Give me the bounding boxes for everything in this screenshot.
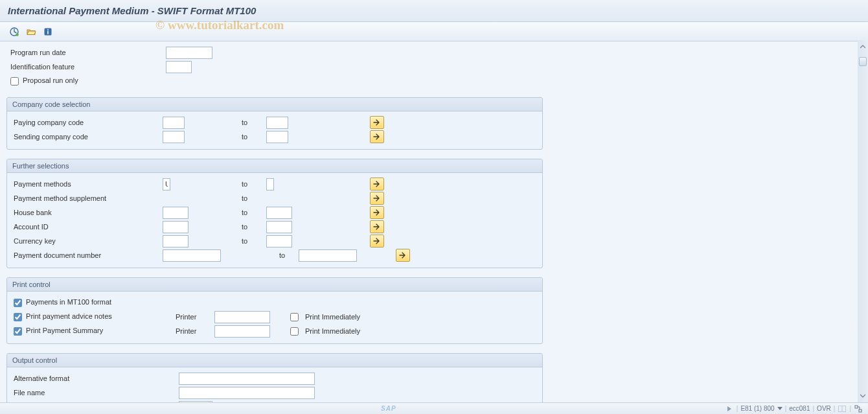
print-advice-label-wrap[interactable]: Print payment advice notes [14, 312, 176, 321]
payment-document-number-range-button[interactable] [396, 249, 410, 262]
arrow-right-icon [373, 181, 381, 187]
print-advice-checkbox[interactable] [14, 313, 22, 321]
svg-rect-3 [47, 29, 49, 30]
payment-document-number-to-label: to [279, 251, 299, 259]
account-id-label: Account ID [14, 223, 163, 231]
currency-key-to-input[interactable] [266, 235, 292, 247]
info-button[interactable] [41, 25, 54, 38]
payment-methods-range-button[interactable] [370, 178, 384, 190]
program-run-date-row: Program run date [10, 45, 862, 60]
house-bank-to-input[interactable] [266, 207, 292, 219]
payment-methods-from-input[interactable] [163, 178, 170, 190]
house-bank-row: House bank to [14, 205, 536, 220]
paying-company-code-from-input[interactable] [163, 117, 185, 129]
print-summary-row: Print Payment Summary Printer Print Imme… [14, 324, 536, 338]
print-summary-printer-input[interactable] [214, 325, 270, 338]
layout-icon [838, 406, 846, 412]
scroll-down-button[interactable] [859, 392, 867, 400]
variant-button[interactable] [25, 25, 38, 38]
status-separator: | [849, 405, 851, 412]
status-server: ecc081 [789, 405, 810, 412]
print-advice-immediate-checkbox[interactable] [290, 313, 299, 321]
identification-feature-row: Identification feature [10, 60, 862, 74]
payment-methods-label: Payment methods [14, 180, 163, 188]
paying-company-code-to-input[interactable] [266, 117, 288, 129]
paying-company-code-label: Paying company code [14, 119, 163, 126]
payment-document-number-label: Payment document number [14, 251, 163, 259]
identification-feature-input[interactable] [166, 61, 192, 73]
proposal-run-only-checkbox[interactable] [10, 77, 19, 86]
print-summary-immediate-label: Print Immediately [305, 327, 409, 335]
paying-company-code-range-button[interactable] [370, 116, 384, 129]
arrow-right-icon [373, 209, 381, 216]
print-advice-printer-input[interactable] [214, 311, 270, 323]
status-network-icon[interactable] [854, 404, 863, 413]
house-bank-range-button[interactable] [370, 206, 384, 219]
proposal-run-only-label-wrap[interactable]: Proposal run only [10, 76, 78, 86]
currency-key-row: Currency key to [14, 234, 536, 248]
arrow-right-icon [373, 195, 381, 201]
arrow-right-icon [373, 224, 381, 230]
scroll-up-button[interactable] [859, 43, 867, 51]
print-advice-immediate-label: Print Immediately [305, 313, 409, 321]
program-run-date-input[interactable] [166, 47, 212, 59]
payments-mt100-checkbox[interactable] [14, 299, 22, 307]
status-separator: | [785, 405, 787, 412]
file-name-row: File name [14, 385, 536, 400]
print-control-group: Print control Payments in MT100 format P… [6, 277, 543, 344]
vertical-scrollbar[interactable] [858, 40, 868, 402]
paying-company-code-row: Paying company code to [14, 115, 536, 130]
dropdown-triangle-icon[interactable] [777, 407, 782, 411]
status-nav-icon[interactable] [725, 404, 734, 413]
payment-method-supplement-range-button[interactable] [370, 192, 384, 205]
house-bank-from-input[interactable] [163, 207, 188, 219]
status-separator: | [834, 405, 836, 412]
payment-method-supplement-to-label: to [240, 194, 266, 202]
info-icon [43, 27, 53, 37]
print-summary-label-wrap[interactable]: Print Payment Summary [14, 327, 176, 336]
svg-point-1 [16, 33, 18, 36]
payment-methods-row: Payment methods to [14, 177, 536, 191]
scroll-thumb[interactable] [859, 57, 867, 66]
sending-company-code-range-button[interactable] [370, 130, 384, 143]
account-id-range-button[interactable] [370, 220, 384, 233]
arrow-right-icon [373, 119, 381, 126]
print-summary-checkbox[interactable] [14, 327, 22, 336]
arrow-right-icon [373, 238, 381, 244]
payment-document-number-from-input[interactable] [163, 249, 221, 262]
company-code-selection-group: Company code selection Paying company co… [6, 97, 543, 150]
folder-open-icon [26, 27, 36, 37]
currency-key-range-button[interactable] [370, 235, 384, 247]
payments-mt100-label-wrap[interactable]: Payments in MT100 format [14, 298, 176, 307]
sending-company-code-label: Sending company code [14, 133, 163, 141]
currency-key-from-input[interactable] [163, 235, 188, 247]
sending-company-code-from-input[interactable] [163, 131, 185, 143]
account-id-to-input[interactable] [266, 221, 292, 233]
alternative-format-input[interactable] [179, 373, 315, 385]
payment-methods-to-label: to [240, 180, 266, 188]
company-code-selection-title: Company code selection [7, 98, 542, 111]
execute-button[interactable] [8, 25, 21, 38]
payment-methods-to-input[interactable] [266, 178, 274, 190]
print-advice-label: Print payment advice notes [26, 312, 112, 320]
identification-feature-label: Identification feature [10, 63, 166, 71]
chevron-down-icon [860, 394, 865, 398]
payment-document-number-to-input[interactable] [299, 249, 357, 262]
account-id-from-input[interactable] [163, 221, 188, 233]
page-title: International Payment Medium - SWIFT For… [8, 5, 256, 16]
sending-company-code-to-label: to [240, 133, 266, 141]
paying-company-code-to-label: to [240, 119, 266, 126]
status-bar: SAP | E81 (1) 800 | ecc081 | OVR | | [0, 402, 868, 414]
print-summary-immediate-checkbox[interactable] [290, 327, 299, 336]
arrow-right-icon [399, 252, 407, 259]
arrow-right-icon [373, 133, 381, 140]
sending-company-code-to-input[interactable] [266, 131, 288, 143]
payment-document-number-row: Payment document number to [14, 248, 536, 262]
sap-logo: SAP [381, 405, 396, 412]
file-name-input[interactable] [179, 387, 315, 399]
output-control-title: Output control [7, 354, 542, 367]
triangle-right-icon [727, 406, 732, 412]
status-layout-icon[interactable] [838, 404, 847, 413]
account-id-row: Account ID to [14, 220, 536, 234]
file-name-label: File name [14, 389, 179, 397]
